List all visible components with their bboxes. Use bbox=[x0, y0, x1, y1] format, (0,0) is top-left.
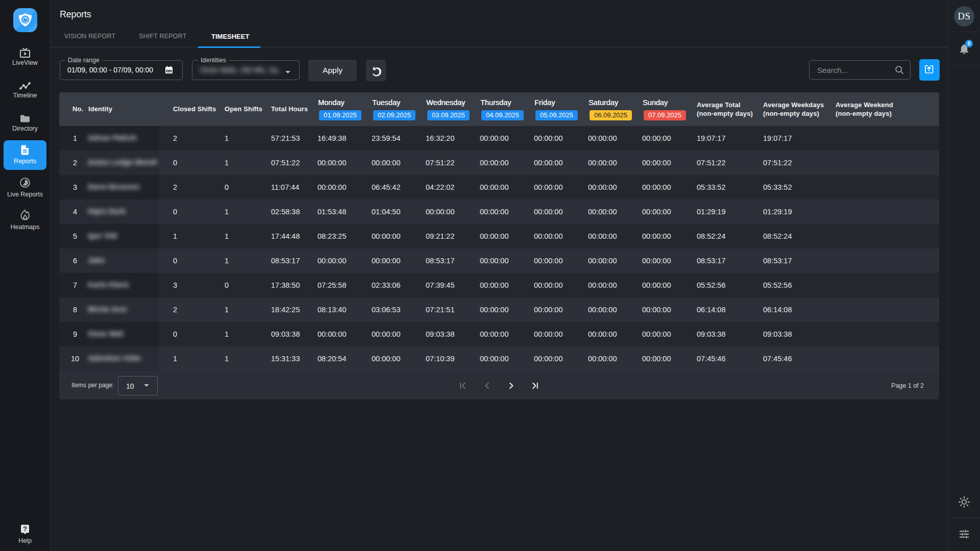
svg-text:?: ? bbox=[23, 525, 27, 533]
